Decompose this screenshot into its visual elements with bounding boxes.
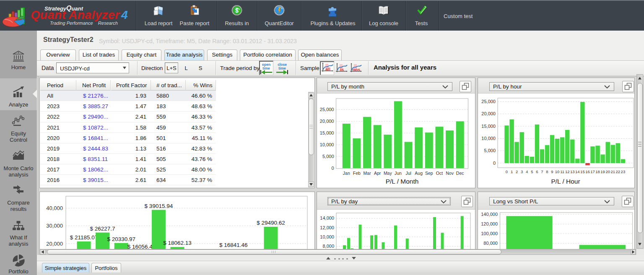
svg-text:2: 2 xyxy=(516,169,518,174)
svg-text:25,000: 25,000 xyxy=(320,107,334,112)
svg-text:13: 13 xyxy=(570,169,575,174)
svg-text:10,000: 10,000 xyxy=(320,142,334,147)
svg-text:23: 23 xyxy=(621,169,626,174)
svg-text:time: time xyxy=(278,66,286,70)
svg-text:10: 10 xyxy=(555,169,560,174)
svg-text:P/L / Hour: P/L / Hour xyxy=(551,178,580,185)
svg-text:10,000: 10,000 xyxy=(481,136,496,141)
svg-text:Jul: Jul xyxy=(405,171,411,176)
svg-text:1: 1 xyxy=(511,169,513,174)
svg-text:30,000: 30,000 xyxy=(46,223,63,229)
svg-text:20,000: 20,000 xyxy=(46,241,63,247)
svg-text:11: 11 xyxy=(560,169,564,174)
svg-text:22: 22 xyxy=(616,169,621,174)
svg-text:Nov: Nov xyxy=(446,171,454,176)
svg-text:21: 21 xyxy=(611,169,615,174)
svg-text:$ 39015.94: $ 39015.94 xyxy=(145,203,173,209)
svg-text:14: 14 xyxy=(575,169,580,174)
svg-text:Oct: Oct xyxy=(436,171,443,176)
svg-text:25,000: 25,000 xyxy=(481,99,496,104)
svg-text:Sep: Sep xyxy=(425,171,433,176)
svg-text:is: is xyxy=(340,67,344,72)
svg-text:$ 29490.62: $ 29490.62 xyxy=(257,220,285,226)
svg-text:$ 26227.7: $ 26227.7 xyxy=(90,226,115,232)
svg-text:$ 16841.46: $ 16841.46 xyxy=(219,242,248,248)
svg-text:0: 0 xyxy=(331,166,334,171)
svg-text:0: 0 xyxy=(493,161,496,166)
svg-text:$ 16056.4: $ 16056.4 xyxy=(127,244,153,249)
svg-text:20,000: 20,000 xyxy=(320,119,334,124)
svg-text:all: all xyxy=(325,67,330,72)
svg-text:Aug: Aug xyxy=(415,171,423,176)
svg-text:oos: oos xyxy=(353,67,361,72)
svg-text:15,000: 15,000 xyxy=(481,124,496,129)
svg-text:$: $ xyxy=(235,7,239,14)
svg-text:Feb: Feb xyxy=(353,171,361,176)
svg-text:P/L / Month: P/L / Month xyxy=(386,178,419,185)
svg-text:20,000: 20,000 xyxy=(481,111,496,116)
svg-text:16: 16 xyxy=(585,169,590,174)
svg-text:$ 18062.13: $ 18062.13 xyxy=(163,240,192,246)
svg-text:40,000: 40,000 xyxy=(46,205,63,211)
svg-text:May: May xyxy=(384,171,392,176)
svg-text:9: 9 xyxy=(551,169,553,174)
svg-text:8,000: 8,000 xyxy=(322,244,334,249)
svg-text:3: 3 xyxy=(521,169,523,174)
svg-text:$ 21185.07: $ 21185.07 xyxy=(70,234,98,241)
svg-text:0: 0 xyxy=(506,169,508,174)
svg-text:7: 7 xyxy=(541,169,543,174)
svg-text:12: 12 xyxy=(565,169,570,174)
svg-text:100,000: 100,000 xyxy=(481,231,498,236)
svg-text:140,000: 140,000 xyxy=(481,212,498,217)
svg-text:5: 5 xyxy=(531,169,533,174)
svg-text:120,000: 120,000 xyxy=(481,221,498,226)
svg-text:8: 8 xyxy=(546,169,548,174)
svg-text:6: 6 xyxy=(536,169,538,174)
svg-text:time: time xyxy=(262,66,270,70)
svg-text:18: 18 xyxy=(595,169,600,174)
svg-text:Jun: Jun xyxy=(395,171,402,176)
svg-text:20: 20 xyxy=(605,169,610,174)
svg-text:19: 19 xyxy=(600,169,605,174)
svg-text:14,000: 14,000 xyxy=(320,215,334,221)
svg-text:Dec: Dec xyxy=(456,171,464,176)
svg-text:Apr: Apr xyxy=(374,171,381,176)
svg-text:Jan: Jan xyxy=(343,171,350,176)
svg-text:17: 17 xyxy=(590,169,595,174)
svg-text:5,000: 5,000 xyxy=(484,148,496,153)
svg-text:$ 20330.97: $ 20330.97 xyxy=(107,236,135,242)
svg-text:5,000: 5,000 xyxy=(322,154,334,159)
svg-text:4: 4 xyxy=(526,169,528,174)
svg-text:15,000: 15,000 xyxy=(320,130,334,135)
svg-text:10,000: 10,000 xyxy=(320,234,334,239)
svg-text:15: 15 xyxy=(580,169,585,174)
svg-text:Mar: Mar xyxy=(364,171,371,176)
svg-text:80,000: 80,000 xyxy=(483,241,498,246)
svg-text:12,000: 12,000 xyxy=(320,225,334,230)
